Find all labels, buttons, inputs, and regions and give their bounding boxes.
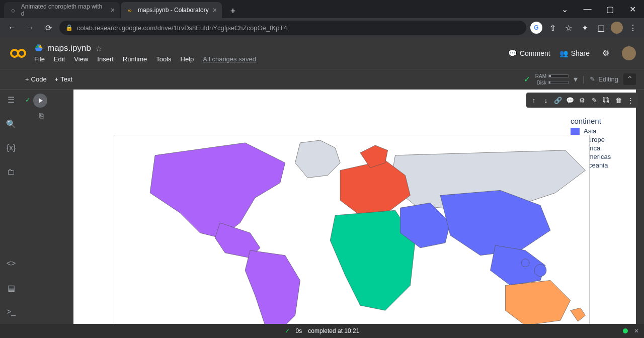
star-icon[interactable]: ☆	[562, 22, 575, 34]
menu-edit[interactable]: Edit	[54, 55, 65, 63]
user-avatar[interactable]	[622, 46, 636, 60]
comment-icon[interactable]: 💬	[565, 95, 576, 106]
menu-bar: File Edit View Insert Runtime Tools Help…	[34, 55, 256, 63]
variables-icon[interactable]: {x}	[5, 142, 17, 154]
tab-title: Animated choropleth map with d	[21, 3, 107, 17]
close-icon[interactable]: ×	[213, 6, 217, 14]
menu-tools[interactable]: Tools	[156, 55, 171, 63]
menu-view[interactable]: View	[74, 55, 88, 63]
reload-button[interactable]: ⟳	[41, 21, 55, 35]
star-icon[interactable]: ☆	[95, 44, 102, 53]
editing-mode-button[interactable]: ✎ Editing	[590, 75, 618, 83]
resource-indicator[interactable]: RAM Disk	[535, 73, 569, 86]
choropleth-chart[interactable]: continent Asia Europe Africa Americas Oc…	[114, 135, 626, 324]
comment-button[interactable]: 💬 Comment	[508, 49, 550, 57]
kernel-status-dot[interactable]	[623, 328, 628, 333]
share-icon: 👥	[559, 49, 568, 57]
window-controls: ⌄ ― ▢ ✕	[553, 0, 644, 18]
legend-item[interactable]: Asia	[571, 127, 626, 135]
address-bar: ← → ⟳ 🔒 colab.research.google.com/drive/…	[0, 18, 644, 37]
pencil-icon: ✎	[590, 75, 595, 83]
svg-point-1	[18, 50, 25, 57]
url-input[interactable]: 🔒 colab.research.google.com/drive/1trvDs…	[59, 21, 526, 35]
menu-insert[interactable]: Insert	[97, 55, 114, 63]
google-icon[interactable]: G	[530, 22, 542, 34]
side-panel-icon[interactable]: ◫	[595, 22, 607, 34]
profile-avatar[interactable]	[611, 22, 623, 34]
back-button[interactable]: ←	[5, 21, 19, 35]
search-icon[interactable]: 🔍	[5, 118, 17, 130]
browser-tab[interactable]: ◇ Animated choropleth map with d ×	[4, 2, 120, 18]
chevron-up-icon[interactable]: ⌃	[623, 73, 636, 85]
colab-header: maps.ipynb ☆ File Edit View Insert Runti…	[0, 37, 644, 69]
minimize-button[interactable]: ―	[576, 0, 599, 18]
check-icon: ✓	[285, 327, 290, 334]
svg-point-3	[521, 259, 529, 267]
code-icon[interactable]: <>	[5, 258, 17, 270]
run-cell-button[interactable]	[33, 94, 47, 108]
world-map[interactable]	[114, 135, 590, 324]
add-code-button[interactable]: + Code	[25, 75, 47, 83]
legend-title: continent	[571, 117, 626, 125]
files-icon[interactable]: 🗀	[5, 166, 17, 178]
comment-icon: 💬	[508, 49, 517, 57]
close-icon[interactable]: ×	[111, 6, 115, 14]
edit-icon[interactable]: ✎	[589, 95, 600, 106]
check-icon: ✓	[25, 97, 30, 104]
browser-tab-bar: ◇ Animated choropleth map with d × ∞ map…	[0, 0, 644, 18]
close-button[interactable]: ✕	[621, 0, 644, 18]
colab-toolbar: + Code + Text ✓ RAM Disk ▾ | ✎ Editing ⌃	[0, 69, 644, 90]
left-sidebar: ☰ 🔍 {x} 🗀 <> ▤ >_	[0, 90, 22, 324]
drive-icon	[34, 44, 43, 53]
cell-toolbar: ↑ ↓ 🔗 💬 ⚙ ✎ ⿻ 🗑 ⋮	[526, 93, 638, 108]
menu-file[interactable]: File	[34, 55, 45, 63]
gear-icon[interactable]: ⚙	[599, 46, 613, 60]
maximize-button[interactable]: ▢	[599, 0, 621, 18]
menu-help[interactable]: Help	[181, 55, 194, 63]
check-icon: ✓	[524, 74, 530, 84]
link-icon[interactable]: 🔗	[552, 95, 564, 106]
svg-point-2	[534, 265, 546, 277]
notebook-area: ✓ ⎘ ↑ ↓ 🔗 💬 ⚙ ✎ ⿻ 🗑 ⋮ continent Asia Eur…	[22, 90, 644, 324]
delete-icon[interactable]: 🗑	[613, 95, 624, 106]
forward-button[interactable]: →	[23, 21, 37, 35]
menu-runtime[interactable]: Runtime	[123, 55, 147, 63]
move-down-icon[interactable]: ↓	[540, 95, 551, 106]
more-icon[interactable]: ⋮	[625, 95, 636, 106]
svg-point-0	[11, 50, 18, 57]
tab-title: maps.ipynb - Colaboratory	[138, 7, 209, 14]
extensions-icon[interactable]: ✦	[579, 22, 591, 34]
gear-icon[interactable]: ⚙	[577, 95, 588, 106]
add-text-button[interactable]: + Text	[55, 75, 72, 83]
clear-output-icon[interactable]: ⎘	[39, 112, 43, 120]
terminal-icon[interactable]: >_	[5, 306, 17, 318]
colab-logo[interactable]	[8, 43, 28, 63]
toc-icon[interactable]: ☰	[5, 94, 17, 106]
browser-tab-active[interactable]: ∞ maps.ipynb - Colaboratory ×	[121, 2, 222, 18]
favicon: ∞	[126, 6, 134, 14]
execution-message: completed at 10:21	[308, 327, 359, 334]
cell-output: continent Asia Europe Africa Americas Oc…	[73, 90, 636, 324]
new-tab-button[interactable]: +	[226, 4, 240, 18]
commands-icon[interactable]: ▤	[5, 282, 17, 294]
cell-gutter: ✓	[22, 90, 52, 120]
map-svg	[114, 135, 589, 324]
share-icon[interactable]: ⇧	[546, 22, 558, 34]
chevron-down-icon[interactable]: ▾	[574, 74, 578, 84]
move-up-icon[interactable]: ↑	[528, 95, 539, 106]
menu-icon[interactable]: ⋮	[627, 22, 639, 34]
mirror-icon[interactable]: ⿻	[601, 95, 612, 106]
url-text: colab.research.google.com/drive/1trvDs8E…	[77, 24, 287, 32]
lock-icon: 🔒	[65, 24, 73, 31]
close-icon[interactable]: ✕	[634, 327, 639, 334]
favicon: ◇	[9, 6, 17, 14]
status-bar: ✓ 0s completed at 10:21 ✕	[0, 324, 644, 338]
chevron-down-icon[interactable]: ⌄	[553, 0, 576, 18]
save-status[interactable]: All changes saved	[203, 55, 256, 63]
document-title[interactable]: maps.ipynb	[47, 43, 91, 53]
execution-duration: 0s	[296, 327, 302, 334]
share-button[interactable]: 👥 Share	[559, 49, 590, 57]
